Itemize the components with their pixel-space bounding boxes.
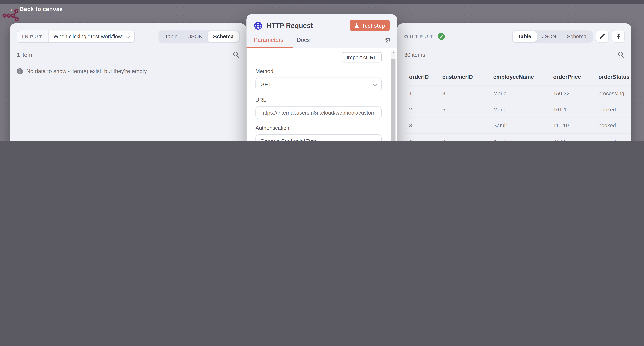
input-empty-message: No data to show - item(s) exist, but the… [26,68,147,74]
table-row[interactable]: 18Mario150.32processing [405,85,631,101]
table-cell: Samir [489,117,549,133]
input-tab-json[interactable]: JSON [183,31,208,42]
authentication-select[interactable]: Generic Credential Type [256,134,382,141]
input-source-select[interactable]: INPUT When clicking "Test workflow" [17,30,135,43]
table-cell: booked [594,101,631,118]
scroll-up-icon[interactable]: ▲ [392,51,396,54]
search-icon[interactable] [618,51,624,58]
table-row[interactable]: 42Amelie61.16booked [405,133,631,141]
test-step-button[interactable]: Test step [350,20,390,31]
table-cell: 61.16 [549,133,594,141]
authentication-value: Generic Credential Type [260,138,318,141]
input-label: INPUT [17,30,49,42]
table-cell: 4 [405,133,438,141]
table-cell: 2 [405,101,438,118]
flask-icon [354,23,359,28]
output-panel: OUTPUT Table JSON Schema [397,24,631,141]
table-cell: processing [594,85,631,101]
table-cell: 5 [438,101,489,118]
chevron-down-icon [373,81,377,86]
table-cell: 3 [405,117,438,133]
test-step-label: Test step [362,22,385,28]
table-cell: 1 [405,85,438,101]
table-cell: 111.19 [549,117,594,133]
table-cell: Mario [489,85,549,101]
input-panel-header: INPUT When clicking "Test workflow" Tabl… [10,24,246,43]
output-table-body: 18Mario150.32processing25Mario161.1booke… [405,85,631,141]
column-header[interactable]: orderID [405,68,438,85]
table-row[interactable]: 25Mario161.1booked [405,101,631,118]
modal-body: Import cURL Method GET URL Authenticatio… [246,48,397,141]
output-tab-schema[interactable]: Schema [562,31,592,42]
search-icon[interactable] [233,51,240,58]
table-cell: 150.32 [549,85,594,101]
column-header[interactable]: employeeName [489,68,549,85]
screen: ← Back to canvas [0,0,644,141]
column-header[interactable]: orderPrice [549,68,594,85]
authentication-label: Authentication [256,125,382,131]
table-header-row: orderID customerID employeeName orderPri… [405,68,631,85]
output-table: orderID customerID employeeName orderPri… [404,68,631,141]
globe-icon [254,21,262,30]
url-label: URL [256,97,382,103]
edit-output-button[interactable] [596,30,608,43]
method-value: GET [260,81,271,88]
table-cell: 1 [438,117,489,133]
table-cell: Amelie [489,133,549,141]
back-label: Back to canvas [20,6,63,12]
table-cell: 161.1 [549,101,594,118]
table-cell: 2 [438,133,489,141]
output-items-count: 30 items [404,52,425,58]
table-row[interactable]: 31Samir111.19booked [405,117,631,133]
active-tab-underline [246,47,293,48]
tab-docs[interactable]: Docs [297,36,310,43]
chevron-down-icon [126,33,130,38]
input-view-tabs: Table JSON Schema [159,30,240,42]
http-request-node-modal: HTTP Request Test step Parameters Docs ⚙… [246,14,397,141]
input-tab-schema[interactable]: Schema [208,31,239,42]
table-cell: 8 [438,85,489,101]
url-input-wrap [256,106,382,119]
input-source-value: When clicking "Test workflow" [53,33,124,40]
input-panel: INPUT When clicking "Test workflow" Tabl… [10,24,246,141]
method-label: Method [256,68,382,74]
pencil-icon [599,33,606,40]
gear-icon[interactable]: ⚙ [385,37,391,44]
column-header[interactable]: customerID [438,68,489,85]
pin-icon [616,33,621,40]
chevron-down-icon [373,138,377,141]
output-view-tabs: Table JSON Schema [512,30,593,42]
info-icon [17,68,23,74]
pin-data-button[interactable] [612,30,625,43]
modal-scroll-thumb[interactable] [392,59,396,141]
method-select[interactable]: GET [256,78,382,91]
output-tab-json[interactable]: JSON [537,31,562,42]
success-check-icon [438,33,445,40]
input-tab-table[interactable]: Table [160,31,183,42]
window-top-bar [0,0,644,4]
node-title: HTTP Request [266,22,312,30]
modal-header: HTTP Request Test step Parameters Docs ⚙ [246,14,397,48]
table-cell: booked [594,133,631,141]
url-input[interactable] [260,109,377,116]
back-arrow-icon: ← [9,5,16,12]
modal-scrollbar[interactable]: ▲ ▼ [392,50,396,141]
tab-parameters[interactable]: Parameters [254,36,284,43]
table-cell: Mario [489,101,549,118]
output-tab-table[interactable]: Table [512,31,536,42]
input-items-count: 1 item [17,52,32,58]
output-panel-header: OUTPUT Table JSON Schema [397,24,631,43]
import-curl-button[interactable]: Import cURL [342,52,382,62]
table-cell: booked [594,117,631,133]
output-label: OUTPUT [404,34,434,39]
back-to-canvas[interactable]: ← Back to canvas [9,5,63,12]
column-header[interactable]: orderStatus [594,68,631,85]
